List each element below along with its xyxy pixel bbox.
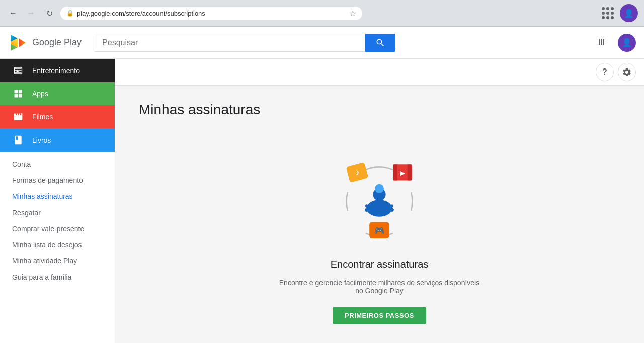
empty-state: ♪ ▶ 🎮	[139, 148, 620, 332]
svg-marker-2	[19, 38, 26, 47]
gp-logo[interactable]: Google Play	[8, 33, 82, 53]
gp-header-right: 👤	[594, 34, 636, 52]
sidebar-menu-minha-lista[interactable]: Minha lista de desejos	[0, 237, 115, 253]
sidebar-menu-formas-pagamento[interactable]: Formas de pagamento	[0, 172, 115, 188]
search-button[interactable]	[365, 34, 395, 52]
page-title: Minhas assinaturas	[139, 102, 620, 118]
sidebar-menu-conta[interactable]: Conta	[0, 156, 115, 172]
apps-icon	[12, 88, 24, 100]
gp-header: Google Play 👤	[0, 27, 644, 59]
apps-label: Apps	[32, 90, 48, 98]
main-layout: Entretenimento Apps Filmes	[0, 59, 644, 343]
svg-rect-6	[19, 90, 22, 94]
sidebar: Entretenimento Apps Filmes	[0, 59, 115, 343]
livros-label: Livros	[32, 136, 51, 144]
browser-forward-button[interactable]: →	[24, 6, 38, 20]
subscriptions-illustration: ♪ ▶ 🎮	[334, 156, 425, 247]
settings-button[interactable]	[618, 63, 636, 81]
sidebar-item-apps[interactable]: Apps	[0, 82, 115, 105]
empty-desc: Encontre e gerencie facilmente milhares …	[279, 279, 480, 295]
sidebar-menu-minha-atividade[interactable]: Minha atividade Play	[0, 253, 115, 269]
livros-icon	[12, 134, 24, 146]
filmes-label: Filmes	[32, 113, 53, 121]
sidebar-item-filmes[interactable]: Filmes	[0, 105, 115, 128]
browser-chrome: ← → ↻ 🔒 play.google.com/store/account/su…	[0, 0, 644, 27]
sidebar-menu-guia-familia[interactable]: Guia para a família	[0, 269, 115, 285]
filmes-icon	[12, 111, 24, 123]
help-button[interactable]: ?	[596, 63, 614, 81]
sidebar-menu-comprar-vale[interactable]: Comprar vale-presente	[0, 221, 115, 237]
browser-right-controls: 👤	[599, 4, 638, 22]
entretenimento-label: Entretenimento	[32, 66, 80, 75]
search-icon	[375, 38, 385, 48]
primeiros-passos-button[interactable]: PRIMEIROS PASSOS	[333, 307, 426, 324]
svg-rect-7	[15, 94, 18, 98]
browser-back-button[interactable]: ←	[6, 6, 20, 20]
address-bar[interactable]: 🔒 play.google.com/store/account/subscrip…	[60, 7, 362, 20]
svg-point-19	[375, 184, 384, 193]
svg-rect-8	[19, 94, 22, 98]
gp-apps-grid-icon[interactable]	[594, 34, 612, 52]
lock-icon: 🔒	[66, 10, 74, 17]
sidebar-menu-resgatar[interactable]: Resgatar	[0, 204, 115, 221]
sidebar-item-entretenimento[interactable]: Entretenimento	[0, 59, 115, 82]
content-area: ? Minhas assinaturas	[115, 59, 644, 343]
gp-logo-icon	[8, 33, 28, 53]
empty-illustration: ♪ ▶ 🎮	[334, 156, 425, 247]
sidebar-menu: Conta Formas de pagamento Minhas assinat…	[0, 152, 115, 285]
gp-search-container	[94, 34, 395, 52]
gp-user-avatar[interactable]: 👤	[618, 34, 636, 52]
subscriptions-content: Minhas assinaturas	[115, 86, 644, 343]
search-input[interactable]	[94, 34, 365, 52]
help-bar: ?	[115, 59, 644, 86]
sidebar-menu-minhas-assinaturas[interactable]: Minhas assinaturas	[0, 188, 115, 204]
browser-reload-button[interactable]: ↻	[42, 6, 56, 20]
svg-rect-13	[408, 164, 412, 180]
entretenimento-icon	[12, 64, 24, 77]
svg-text:▶: ▶	[400, 169, 405, 176]
svg-rect-5	[15, 90, 18, 94]
svg-text:🎮: 🎮	[374, 225, 385, 236]
star-icon: ☆	[349, 9, 356, 18]
sidebar-item-livros[interactable]: Livros	[0, 128, 115, 152]
gp-logo-text: Google Play	[32, 37, 82, 48]
empty-title: Encontrar assinaturas	[331, 259, 429, 270]
address-text: play.google.com/store/account/subscripti…	[77, 10, 346, 17]
browser-apps-icon[interactable]	[599, 4, 617, 22]
settings-icon	[622, 67, 632, 77]
svg-rect-12	[393, 164, 397, 180]
browser-user-avatar[interactable]: 👤	[620, 4, 638, 22]
